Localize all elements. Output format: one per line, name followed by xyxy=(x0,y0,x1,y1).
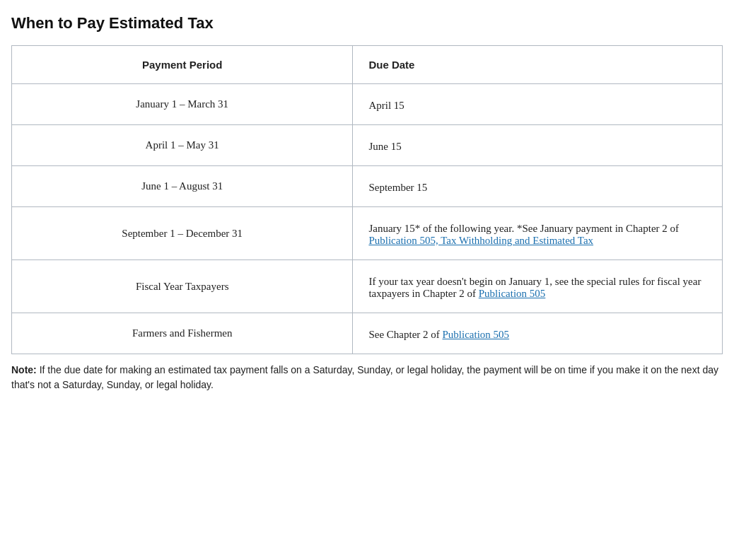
cell-due-date: January 15* of the following year. *See … xyxy=(353,207,723,260)
footnote-label: Note: xyxy=(11,364,37,375)
cell-due-date: September 15 xyxy=(353,166,723,207)
table-row: Fiscal Year TaxpayersIf your tax year do… xyxy=(12,260,723,313)
publication-link[interactable]: Publication 505 xyxy=(443,329,510,340)
cell-due-date: June 15 xyxy=(353,125,723,166)
cell-payment-period: April 1 – May 31 xyxy=(12,125,353,166)
table-row: April 1 – May 31June 15 xyxy=(12,125,723,166)
footnote-text: If the due date for making an estimated … xyxy=(11,364,718,390)
header-due-date: Due Date xyxy=(353,46,723,84)
table-header-row: Payment Period Due Date xyxy=(12,46,723,84)
table-row: Farmers and FishermenSee Chapter 2 of Pu… xyxy=(12,313,723,354)
table-row: June 1 – August 31September 15 xyxy=(12,166,723,207)
cell-payment-period: January 1 – March 31 xyxy=(12,84,353,125)
cell-due-date: If your tax year doesn't begin on Januar… xyxy=(353,260,723,313)
footnote: Note: If the due date for making an esti… xyxy=(11,363,723,392)
table-row: September 1 – December 31January 15* of … xyxy=(12,207,723,260)
cell-payment-period: September 1 – December 31 xyxy=(12,207,353,260)
cell-payment-period: Fiscal Year Taxpayers xyxy=(12,260,353,313)
header-payment-period: Payment Period xyxy=(12,46,353,84)
page-title: When to Pay Estimated Tax xyxy=(11,14,723,33)
table-row: January 1 – March 31April 15 xyxy=(12,84,723,125)
cell-payment-period: June 1 – August 31 xyxy=(12,166,353,207)
publication-link[interactable]: Publication 505, Tax Withholding and Est… xyxy=(368,235,593,246)
cell-due-date: See Chapter 2 of Publication 505 xyxy=(353,313,723,354)
estimated-tax-table: Payment Period Due Date January 1 – Marc… xyxy=(11,45,723,354)
publication-link[interactable]: Publication 505 xyxy=(479,288,546,299)
cell-due-date: April 15 xyxy=(353,84,723,125)
cell-payment-period: Farmers and Fishermen xyxy=(12,313,353,354)
